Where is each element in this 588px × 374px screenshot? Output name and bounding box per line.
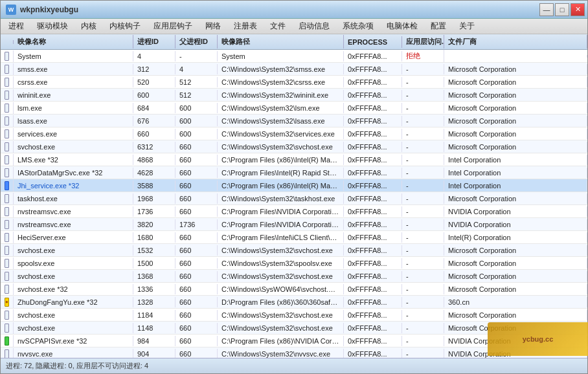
table-row[interactable]: services.exe660600C:\Windows\System32\se… [1,127,587,140]
menu-item-kernel[interactable]: 内核 [74,19,103,34]
process-eprocess: 0xFFFFA8... [344,103,402,113]
process-path: C:\Windows\System32\taskhost.exe [218,193,344,204]
table-row[interactable]: nvstreamsvc.exe38201736C:\Program Files\… [1,218,587,231]
menu-item-driver[interactable]: 驱动模块 [30,19,74,34]
table-row[interactable]: csrss.exe520512C:\Windows\System32\csrss… [1,76,587,89]
col-header-ppid[interactable]: 父进程ID [175,35,218,49]
process-icon-default [5,349,9,358]
table-row[interactable]: svchost.exe6312660C:\Windows\System32\sv… [1,140,587,153]
process-access: - [402,349,444,358]
process-icon-default [5,52,9,61]
table-row[interactable]: nvstreamsvc.exe1736660C:\Program Files\N… [1,205,587,218]
col-header-pid[interactable]: 进程ID [133,35,175,49]
process-path: C:\Program Files (x86)\Intel(R) Manag... [218,155,344,165]
maximize-button[interactable]: □ [555,3,569,16]
table-row[interactable]: wininit.exe600512C:\Windows\System32\win… [1,89,587,102]
col-header-eprocess[interactable]: EPROCESS [344,36,402,48]
process-name: svchost.exe [14,245,133,256]
process-name: svchost.exe [14,271,133,281]
process-pid: 1336 [133,284,175,294]
process-access: 拒绝 [402,50,444,62]
menu-item-process[interactable]: 进程 [2,19,30,34]
table-row[interactable]: svchost.exe *321336660C:\Windows\SysWOW6… [1,283,587,296]
process-icon-default [5,155,9,164]
process-path: C:\Program Files\NVIDIA Corporation\NvSt… [218,219,344,230]
process-path: C:\Windows\System32\spoolsv.exe [218,258,344,269]
table-row[interactable]: spoolsv.exe1500660C:\Windows\System32\sp… [1,257,587,270]
table-row[interactable]: lsass.exe676600C:\Windows\System32\lsass… [1,115,587,127]
process-name: csrss.exe [14,77,133,87]
menu-item-startup[interactable]: 启动信息 [292,19,336,34]
menu-item-network[interactable]: 网络 [199,19,227,34]
col-header-path[interactable]: 映像路径 [218,35,344,49]
process-eprocess: 0xFFFFA8... [344,284,402,294]
process-path: C:\Windows\System32\lsass.exe [218,116,344,126]
process-vendor: Microsoft Corporation [444,103,587,113]
process-access: - [402,181,444,191]
process-icon-cell [1,232,14,243]
process-vendor: Intel Corporation [444,181,587,191]
process-access: - [402,64,444,74]
table-row[interactable]: lsm.exe684600C:\Windows\System32\lsm.exe… [1,102,587,115]
process-icon-cell [1,50,14,62]
process-name: smss.exe [14,64,133,74]
process-vendor: Microsoft Corporation [444,245,587,256]
process-ppid: 660 [175,168,218,178]
process-pid: 1500 [133,258,175,269]
process-path: C:\Program Files\NVIDIA Corporation\NvSt… [218,206,344,217]
process-access: - [402,232,444,243]
table-row[interactable]: svchost.exe1184660C:\Windows\System32\sv… [1,309,587,322]
minimize-button[interactable]: — [539,3,554,16]
table-row[interactable]: IAStorDataMgrSvc.exe *324628660C:\Progra… [1,166,587,179]
process-icon-cell [1,258,14,269]
table-row[interactable]: svchost.exe1368660C:\Windows\System32\sv… [1,270,587,283]
menu-item-registry[interactable]: 注册表 [227,19,264,34]
table-row[interactable]: System4-System0xFFFFA8...拒绝 [1,50,587,63]
process-access: - [402,297,444,307]
process-icon-cell [1,348,14,358]
process-name: ZhuDongFangYu.exe *32 [14,297,133,307]
col-header-vendor[interactable]: 文件厂商 [444,35,587,49]
menu-item-about[interactable]: 关于 [453,19,481,34]
table-row[interactable]: ●ZhuDongFangYu.exe *321328660D:\Program … [1,296,587,309]
process-ppid: 600 [175,116,218,126]
close-button[interactable]: ✕ [571,3,585,16]
process-icon-cell [1,63,14,75]
process-access: - [402,245,444,256]
process-ppid: 512 [175,90,218,100]
process-icon-default [5,116,9,126]
process-ppid: 660 [175,206,218,217]
process-icon-yellow: ● [5,298,9,307]
col-header-name[interactable]: 映像名称 [14,35,133,49]
menu-item-app-hook[interactable]: 应用层钩子 [147,19,199,34]
process-path: C:\Windows\System32\svchost.exe [218,142,344,152]
process-eprocess: 0xFFFFA8... [344,271,402,281]
process-icon-cell [1,270,14,282]
menu-item-file[interactable]: 文件 [264,19,292,34]
process-vendor: Microsoft Corporation [444,142,587,152]
menu-bar: 进程 驱动模块 内核 内核钩子 应用层钩子 网络 注册表 文件 启动信息 系统杂… [1,19,587,34]
process-path: C:\Windows\System32\services.exe [218,129,344,139]
process-access: - [402,336,444,346]
table-row[interactable]: Jhi_service.exe *323588660C:\Program Fil… [1,179,587,192]
menu-item-kernel-hook[interactable]: 内核钩子 [103,19,147,34]
menu-item-misc[interactable]: 系统杂项 [336,19,380,34]
process-ppid: 660 [175,258,218,269]
process-name: lsass.exe [14,116,133,126]
table-row[interactable]: smss.exe3124C:\Windows\System32\smss.exe… [1,63,587,76]
process-ppid: 512 [175,77,218,87]
process-access: - [402,206,444,217]
table-row[interactable]: svchost.exe1532660C:\Windows\System32\sv… [1,244,587,257]
process-pid: 4628 [133,168,175,178]
menu-item-check[interactable]: 电脑体检 [380,19,424,34]
process-eprocess: 0xFFFFA8... [344,129,402,139]
process-icon-cell [1,141,14,153]
col-header-access[interactable]: 应用层访问... [402,35,444,49]
table-row[interactable]: taskhost.exe1968660C:\Windows\System32\t… [1,192,587,205]
process-name: System [14,51,133,61]
menu-item-config[interactable]: 配置 [424,19,453,34]
process-eprocess: 0xFFFFA8... [344,323,402,333]
table-row[interactable]: HeciServer.exe1680660C:\Program Files\In… [1,231,587,244]
process-access: - [402,271,444,281]
table-row[interactable]: LMS.exe *324868660C:\Program Files (x86)… [1,153,587,166]
